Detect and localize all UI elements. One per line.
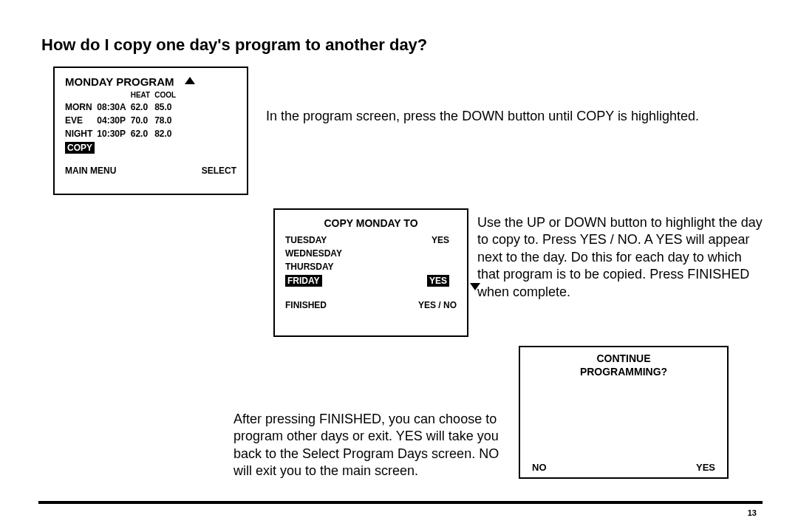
table-row: NIGHT 10:30P 62.0 82.0 <box>65 127 180 140</box>
softkey-finished[interactable]: FINISHED <box>285 300 327 310</box>
table-row: MORN 08:30A 62.0 85.0 <box>65 100 180 114</box>
panel-a-header: MONDAY PROGRAM <box>65 75 174 88</box>
instruction-text-1: In the program screen, press the DOWN bu… <box>266 108 709 125</box>
list-item[interactable]: FRIDAY YES <box>285 273 457 288</box>
continue-line2: PROGRAMMING? <box>580 366 667 378</box>
softkey-no[interactable]: NO <box>532 462 547 473</box>
highlighted-sel: YES <box>427 275 449 287</box>
page-title: How do I copy one day's program to anoth… <box>41 35 427 55</box>
highlighted-day: FRIDAY <box>285 275 322 287</box>
col-heat: HEAT <box>131 89 154 100</box>
footer-rule <box>38 501 763 504</box>
instruction-text-2: Use the UP or DOWN button to highlight t… <box>477 214 765 301</box>
list-item[interactable]: TUESDAY YES <box>285 233 457 247</box>
screen-copy-monday-to: COPY MONDAY TO TUESDAY YES WEDNESDAY THU… <box>273 208 468 337</box>
copy-menu-item[interactable]: COPY <box>65 142 95 154</box>
softkey-yes[interactable]: YES <box>696 462 715 473</box>
list-item[interactable]: THURSDAY <box>285 260 457 273</box>
screen-monday-program: MONDAY PROGRAM HEAT COOL MORN 08:30A 62.… <box>53 66 248 195</box>
program-table: HEAT COOL MORN 08:30A 62.0 85.0 EVE 04:3… <box>65 89 180 140</box>
list-item[interactable]: WEDNESDAY <box>285 247 457 260</box>
softkey-main-menu[interactable]: MAIN MENU <box>65 166 116 176</box>
panel-b-title: COPY MONDAY TO <box>285 217 457 229</box>
softkey-select[interactable]: SELECT <box>202 166 236 176</box>
softkey-yes-no[interactable]: YES / NO <box>418 300 457 310</box>
instruction-text-3: After pressing FINISHED, you can choose … <box>233 411 504 480</box>
continue-line1: CONTINUE <box>596 352 650 364</box>
page-number: 13 <box>748 508 757 517</box>
screen-continue-programming: CONTINUE PROGRAMMING? NO YES <box>519 346 729 479</box>
col-cool: COOL <box>154 89 180 100</box>
table-row: EVE 04:30P 70.0 78.0 <box>65 114 180 127</box>
scroll-up-icon[interactable] <box>185 77 195 84</box>
